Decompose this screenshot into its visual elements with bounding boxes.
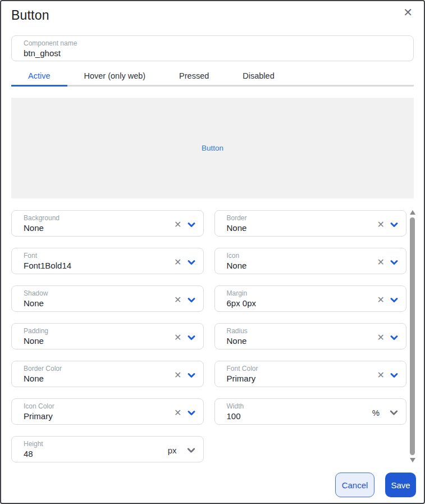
dialog-title: Button: [11, 8, 414, 23]
chevron-down-icon[interactable]: [187, 333, 196, 342]
clear-icon[interactable]: ✕: [377, 333, 385, 342]
clear-icon[interactable]: ✕: [174, 258, 181, 267]
clear-icon[interactable]: ✕: [174, 296, 181, 305]
clear-icon[interactable]: ✕: [377, 296, 385, 305]
radius-value: None: [227, 335, 248, 347]
margin-select[interactable]: Margin 6px 0px ✕: [214, 285, 407, 312]
active-tab-indicator: [11, 85, 67, 87]
chevron-down-icon[interactable]: [390, 258, 399, 267]
background-select[interactable]: Background None ✕: [11, 210, 204, 237]
close-icon[interactable]: ✕: [403, 7, 413, 18]
shadow-select[interactable]: Shadow None ✕: [11, 285, 204, 312]
clear-icon[interactable]: ✕: [377, 220, 385, 229]
vertical-scrollbar[interactable]: [409, 210, 416, 462]
margin-value: 6px 0px: [227, 298, 257, 309]
border-color-select[interactable]: Border Color None ✕: [11, 361, 204, 387]
background-label: Background: [24, 214, 60, 223]
chevron-down-icon[interactable]: [389, 408, 399, 417]
width-unit: %: [372, 408, 380, 417]
icon-color-select[interactable]: Icon Color Primary ✕: [11, 398, 204, 425]
tab-disabled[interactable]: Disabled: [226, 67, 291, 85]
chevron-down-icon[interactable]: [187, 220, 196, 229]
chevron-down-icon[interactable]: [187, 258, 196, 267]
chevron-down-icon[interactable]: [187, 296, 196, 305]
component-preview-area: Button: [11, 98, 414, 198]
font-color-label: Font Color: [227, 365, 258, 373]
component-name-field[interactable]: Component name btn_ghost: [11, 35, 414, 61]
style-fields-region: Background None ✕ Border None ✕: [11, 210, 416, 462]
border-value: None: [227, 223, 247, 234]
scroll-up-icon[interactable]: [410, 210, 415, 215]
icon-color-value: Primary: [24, 411, 54, 422]
tab-list: Active Hover (only web) Pressed Disabled: [11, 67, 414, 85]
height-value[interactable]: 48: [24, 448, 43, 460]
component-name-value[interactable]: btn_ghost: [24, 48, 402, 59]
font-color-select[interactable]: Font Color Primary ✕: [214, 361, 407, 387]
tab-pressed[interactable]: Pressed: [162, 67, 226, 85]
height-field[interactable]: Height 48 px: [11, 436, 204, 462]
radius-label: Radius: [227, 327, 248, 335]
tab-active[interactable]: Active: [11, 67, 67, 85]
chevron-down-icon[interactable]: [187, 371, 196, 380]
scrollbar-thumb[interactable]: [410, 217, 415, 455]
tab-hover-only-web[interactable]: Hover (only web): [67, 67, 163, 85]
chevron-down-icon[interactable]: [186, 446, 196, 455]
icon-value: None: [227, 260, 247, 271]
clear-icon[interactable]: ✕: [174, 371, 181, 380]
font-color-value: Primary: [227, 373, 258, 384]
padding-label: Padding: [24, 327, 48, 335]
font-value: Font1Bold14: [24, 260, 71, 271]
border-color-value: None: [24, 373, 62, 384]
scroll-down-icon[interactable]: [410, 458, 415, 462]
border-color-label: Border Color: [24, 365, 62, 373]
border-label: Border: [227, 214, 247, 223]
icon-select[interactable]: Icon None ✕: [214, 248, 407, 274]
tab-track: [11, 85, 414, 87]
font-label: Font: [24, 252, 71, 260]
component-name-label: Component name: [24, 39, 402, 48]
radius-select[interactable]: Radius None ✕: [214, 323, 407, 349]
width-value[interactable]: 100: [227, 411, 244, 422]
width-field[interactable]: Width 100 %: [214, 398, 407, 425]
save-button[interactable]: Save: [385, 473, 416, 497]
icon-color-label: Icon Color: [24, 402, 54, 411]
dialog-header: Button ✕: [1, 1, 424, 23]
style-fields-grid: Background None ✕ Border None ✕: [11, 210, 406, 462]
shadow-value: None: [24, 298, 48, 309]
font-select[interactable]: Font Font1Bold14 ✕: [11, 248, 204, 274]
chevron-down-icon[interactable]: [187, 408, 196, 417]
chevron-down-icon[interactable]: [390, 220, 399, 229]
preview-button[interactable]: Button: [202, 144, 223, 152]
dialog-footer: Cancel Save: [335, 473, 416, 497]
padding-select[interactable]: Padding None ✕: [11, 323, 204, 349]
height-label: Height: [24, 440, 43, 448]
chevron-down-icon[interactable]: [390, 296, 399, 305]
clear-icon[interactable]: ✕: [377, 258, 385, 267]
clear-icon[interactable]: ✕: [377, 371, 385, 380]
margin-label: Margin: [227, 289, 257, 298]
chevron-down-icon[interactable]: [390, 371, 399, 380]
padding-value: None: [24, 335, 48, 347]
clear-icon[interactable]: ✕: [174, 408, 181, 417]
clear-icon[interactable]: ✕: [174, 220, 181, 229]
width-label: Width: [227, 402, 244, 411]
icon-label: Icon: [227, 252, 247, 260]
background-value: None: [24, 223, 60, 234]
height-unit: px: [168, 446, 177, 455]
border-select[interactable]: Border None ✕: [214, 210, 407, 237]
chevron-down-icon[interactable]: [390, 333, 399, 342]
cancel-button[interactable]: Cancel: [335, 473, 374, 497]
clear-icon[interactable]: ✕: [174, 333, 181, 342]
state-tabs: Active Hover (only web) Pressed Disabled: [11, 67, 414, 87]
shadow-label: Shadow: [24, 289, 48, 298]
button-component-dialog: Button ✕ Component name btn_ghost Active…: [0, 0, 425, 504]
